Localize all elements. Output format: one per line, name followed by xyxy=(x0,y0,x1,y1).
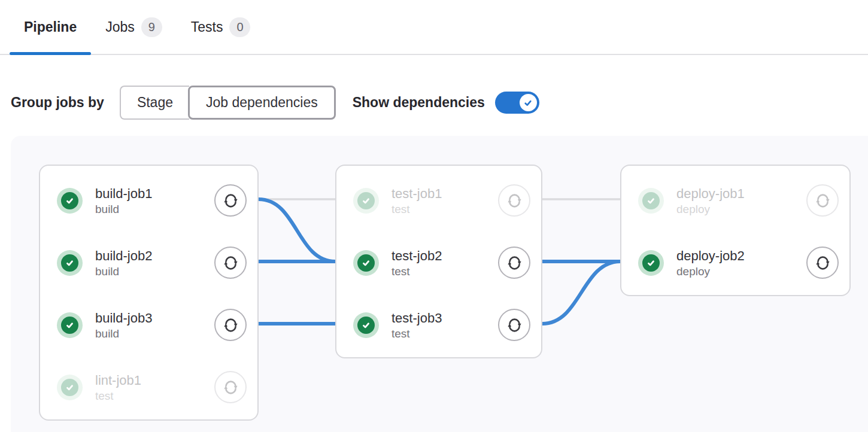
job-stage-label: test xyxy=(391,202,498,216)
job-name-link[interactable]: build-job1 xyxy=(95,185,214,202)
status-success-icon xyxy=(353,250,379,276)
graph-controls: Group jobs by Stage Job dependencies Sho… xyxy=(11,86,868,120)
job-row-test-job1: test-job1test xyxy=(353,183,530,218)
job-name-link[interactable]: build-job2 xyxy=(95,248,214,264)
retry-button[interactable] xyxy=(806,247,839,279)
tab-pipeline-label: Pipeline xyxy=(24,19,77,35)
job-name-link[interactable]: lint-job1 xyxy=(95,372,214,389)
retry-button[interactable] xyxy=(498,309,530,341)
job-group-card: test-job1testtest-job2testtest-job3test xyxy=(335,165,542,358)
status-success-icon xyxy=(57,375,83,400)
job-stage-label: test xyxy=(95,389,214,403)
tab-tests-label: Tests xyxy=(191,19,223,35)
status-success-icon xyxy=(57,250,83,276)
job-row-test-job2: test-job2test xyxy=(353,245,530,280)
job-group-card: build-job1buildbuild-job2buildbuild-job3… xyxy=(39,165,259,421)
dependency-link xyxy=(259,199,335,261)
jobs-count-badge: 9 xyxy=(141,17,162,37)
job-name-link[interactable]: test-job1 xyxy=(391,185,498,202)
job-stage-label: test xyxy=(391,327,498,340)
pipeline-page: Pipeline Jobs 9 Tests 0 Group jobs by St… xyxy=(0,0,868,432)
group-jobs-segmented-control: Stage Job dependencies xyxy=(120,86,336,120)
dependency-link xyxy=(542,261,620,324)
status-success-icon xyxy=(353,312,379,338)
job-row-test-job3: test-job3test xyxy=(353,308,530,342)
retry-icon xyxy=(815,193,831,209)
retry-icon xyxy=(815,255,831,271)
segment-stage[interactable]: Stage xyxy=(120,86,189,120)
show-dependencies-label: Show dependencies xyxy=(353,95,485,111)
pipeline-tab-bar: Pipeline Jobs 9 Tests 0 xyxy=(0,0,868,55)
job-row-build-job3: build-job3build xyxy=(57,308,247,342)
retry-button[interactable] xyxy=(498,184,530,217)
job-stage-label: build xyxy=(95,202,214,216)
job-row-build-job2: build-job2build xyxy=(57,245,247,280)
group-jobs-by-label: Group jobs by xyxy=(11,95,104,111)
tab-pipeline[interactable]: Pipeline xyxy=(10,0,91,54)
job-row-deploy-job1: deploy-job1deploy xyxy=(638,183,839,218)
job-group-card: deploy-job1deploydeploy-job2deploy xyxy=(620,165,851,296)
tab-tests[interactable]: Tests 0 xyxy=(177,0,265,54)
retry-button[interactable] xyxy=(214,309,247,341)
job-row-build-job1: build-job1build xyxy=(57,183,247,218)
status-success-icon xyxy=(57,312,83,338)
toggle-knob-check-icon xyxy=(520,94,537,111)
status-success-icon xyxy=(638,188,664,214)
job-row-deploy-job2: deploy-job2deploy xyxy=(638,245,839,280)
retry-icon xyxy=(506,193,523,209)
job-name-link[interactable]: test-job2 xyxy=(391,248,498,264)
retry-button[interactable] xyxy=(214,184,247,217)
retry-button[interactable] xyxy=(214,371,247,403)
retry-button[interactable] xyxy=(498,247,530,279)
job-stage-label: deploy xyxy=(676,264,806,278)
job-stage-label: deploy xyxy=(676,202,806,216)
job-stage-label: build xyxy=(95,264,214,278)
tab-jobs[interactable]: Jobs 9 xyxy=(91,0,177,54)
status-success-icon xyxy=(638,250,664,276)
status-success-icon xyxy=(57,188,83,214)
job-row-lint-job1: lint-job1test xyxy=(57,370,247,404)
status-success-icon xyxy=(353,188,379,214)
retry-icon xyxy=(223,193,239,209)
segment-job-dependencies[interactable]: Job dependencies xyxy=(188,86,336,120)
job-name-link[interactable]: deploy-job2 xyxy=(676,248,806,264)
pipeline-graph-panel: build-job1buildbuild-job2buildbuild-job3… xyxy=(11,136,868,432)
job-name-link[interactable]: test-job3 xyxy=(391,310,498,327)
retry-button[interactable] xyxy=(214,247,247,279)
active-tab-indicator xyxy=(10,52,91,55)
job-name-link[interactable]: build-job3 xyxy=(95,310,214,327)
show-dependencies-toggle[interactable] xyxy=(495,92,539,114)
job-name-link[interactable]: deploy-job1 xyxy=(676,185,806,202)
retry-icon xyxy=(223,317,239,333)
tab-jobs-label: Jobs xyxy=(105,19,135,35)
tests-count-badge: 0 xyxy=(229,17,250,37)
job-stage-label: build xyxy=(95,327,214,340)
job-stage-label: test xyxy=(391,264,498,278)
retry-icon xyxy=(223,255,239,271)
retry-button[interactable] xyxy=(806,184,839,217)
retry-icon xyxy=(506,317,523,333)
retry-icon xyxy=(506,255,523,271)
retry-icon xyxy=(223,379,239,396)
